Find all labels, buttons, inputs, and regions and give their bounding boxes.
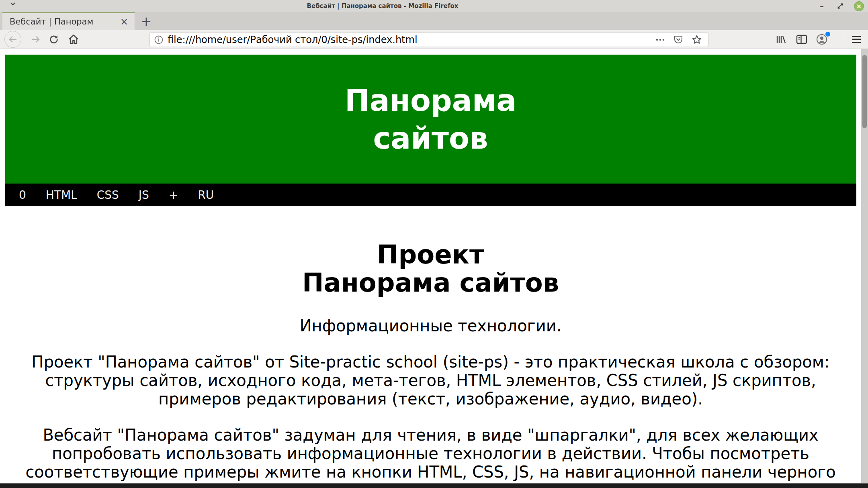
nav-item-js[interactable]: JS	[139, 188, 149, 202]
minimize-button[interactable]: –	[817, 1, 827, 11]
intro-paragraph: Проект "Панорама сайтов" от Site-practic…	[5, 353, 856, 408]
new-tab-button[interactable]: +	[135, 12, 158, 30]
address-bar[interactable]: file:///home/user/Рабочий стол/0/site-ps…	[149, 32, 708, 47]
pocket-icon[interactable]	[673, 34, 684, 45]
nav-item-plus[interactable]: +	[169, 188, 178, 202]
page-actions-icon[interactable]	[655, 35, 665, 45]
forward-button[interactable]	[31, 34, 41, 45]
active-tab[interactable]: Вебсайт | Панорам ×	[2, 12, 135, 30]
tab-close-icon[interactable]: ×	[119, 18, 130, 26]
urlbar-actions	[655, 34, 702, 45]
maximize-button[interactable]	[835, 1, 845, 11]
page-info-icon[interactable]	[154, 35, 164, 45]
tab-bar: Вебсайт | Панорам × +	[0, 12, 868, 30]
description-paragraph: Вебсайт "Панорама сайтов" задуман для чт…	[5, 426, 856, 481]
site-nav-bar: 0 HTML CSS JS + RU	[5, 184, 856, 206]
page-subtitle: Информационные технологии.	[5, 316, 856, 335]
close-button[interactable]: ×	[854, 1, 864, 11]
toolbar-separator	[844, 33, 844, 46]
notification-dot	[825, 32, 830, 37]
page-title: Проект Панорама сайтов	[5, 241, 856, 297]
home-button[interactable]	[68, 34, 79, 45]
bookmark-star-icon[interactable]	[691, 34, 702, 45]
reload-button[interactable]	[49, 34, 59, 45]
nav-item-0[interactable]: 0	[19, 188, 26, 202]
nav-item-css[interactable]: CSS	[97, 188, 119, 202]
browser-viewport: Панорама сайтов 0 HTML CSS JS + RU Проек…	[0, 49, 868, 483]
back-button[interactable]	[4, 31, 21, 48]
nav-item-ru[interactable]: RU	[198, 188, 214, 202]
account-icon[interactable]	[816, 33, 828, 45]
webpage: Панорама сайтов 0 HTML CSS JS + RU Проек…	[0, 49, 861, 483]
firefox-window: Вебсайт | Панорама сайтов - Mozilla Fire…	[0, 0, 868, 488]
window-bottom-edge	[0, 483, 868, 488]
window-title: Вебсайт | Панорама сайтов - Mozilla Fire…	[0, 2, 817, 10]
menu-hamburger-icon[interactable]	[851, 35, 862, 44]
tab-title: Вебсайт | Панорам	[10, 17, 119, 27]
window-controls: – ×	[817, 0, 864, 12]
sidebar-icon[interactable]	[796, 34, 808, 45]
titlebar: Вебсайт | Панорама сайтов - Mozilla Fire…	[0, 0, 868, 12]
nav-item-html[interactable]: HTML	[46, 188, 77, 202]
scrollbar-thumb[interactable]	[862, 55, 867, 128]
site-header-banner: Панорама сайтов	[5, 55, 856, 184]
library-icon[interactable]	[775, 34, 787, 45]
page-scrollbar[interactable]	[861, 49, 868, 483]
url-text[interactable]: file:///home/user/Рабочий стол/0/site-ps…	[168, 34, 655, 45]
navigation-toolbar: file:///home/user/Рабочий стол/0/site-ps…	[0, 30, 868, 49]
